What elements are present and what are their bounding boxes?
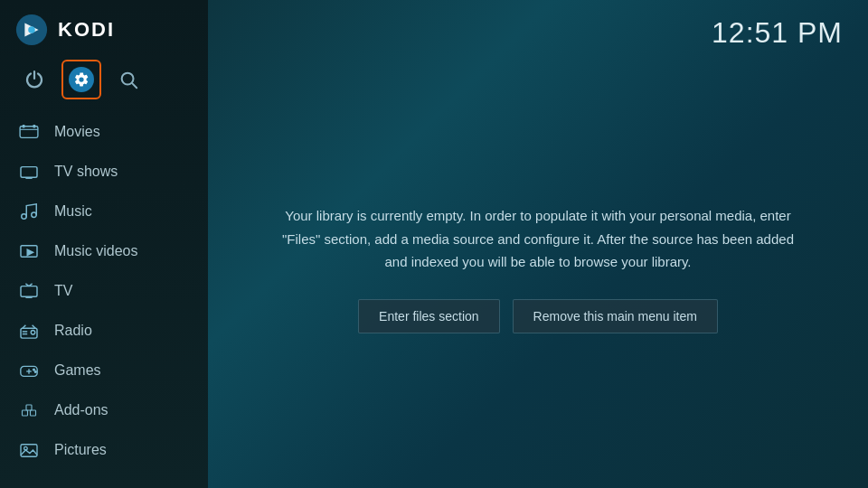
tvshows-icon (18, 161, 40, 183)
remove-menu-item-button[interactable]: Remove this main menu item (513, 299, 718, 333)
music-label: Music (54, 203, 92, 220)
svg-marker-15 (27, 249, 33, 255)
svg-rect-7 (33, 125, 36, 128)
musicvideos-icon (18, 240, 40, 262)
content-area: Your library is currently empty. In orde… (208, 50, 868, 488)
sidebar-item-radio[interactable]: Radio (0, 311, 208, 351)
sidebar-item-pictures[interactable]: Pictures (0, 430, 208, 470)
svg-rect-6 (23, 125, 25, 128)
sidebar-item-musicvideos[interactable]: Music videos (0, 231, 208, 271)
clock-display: 12:51 PM (712, 16, 843, 50)
addons-label: Add-ons (54, 402, 108, 418)
gear-icon (69, 67, 94, 92)
tv-label: TV (54, 283, 72, 299)
svg-point-2 (28, 26, 35, 33)
sidebar-nav: Movies TV shows Music (0, 108, 208, 488)
sidebar-item-movies[interactable]: Movies (0, 112, 208, 152)
musicvideos-label: Music videos (54, 243, 137, 259)
top-icon-row (0, 56, 208, 108)
kodi-logo (14, 13, 49, 47)
svg-point-12 (22, 214, 27, 220)
action-buttons: Enter files section Remove this main men… (358, 299, 718, 333)
movies-icon (18, 121, 40, 143)
sidebar-item-tv[interactable]: TV (0, 271, 208, 311)
addons-icon (18, 399, 40, 421)
top-bar: 12:51 PM (208, 0, 868, 50)
pictures-icon (18, 439, 40, 461)
radio-label: Radio (54, 323, 92, 339)
svg-rect-16 (21, 286, 37, 297)
sidebar-item-tvshows[interactable]: TV shows (0, 152, 208, 192)
radio-icon (18, 320, 40, 342)
svg-rect-35 (21, 445, 37, 457)
sidebar-header: KODI (0, 0, 208, 56)
sidebar-item-music[interactable]: Music (0, 192, 208, 231)
music-icon (18, 201, 40, 222)
svg-rect-33 (31, 410, 36, 416)
sidebar-item-games[interactable]: Games (0, 351, 208, 390)
games-label: Games (54, 362, 101, 379)
enter-files-button[interactable]: Enter files section (358, 299, 500, 333)
power-icon (24, 70, 44, 89)
tv-icon (18, 280, 40, 302)
tvshows-label: TV shows (54, 164, 118, 180)
main-content: 12:51 PM Your library is currently empty… (208, 0, 868, 488)
svg-point-31 (34, 371, 36, 372)
svg-rect-9 (21, 167, 37, 178)
svg-point-22 (31, 331, 35, 335)
svg-line-4 (132, 83, 137, 88)
pictures-label: Pictures (54, 442, 107, 458)
search-button[interactable] (108, 60, 148, 99)
settings-button[interactable] (61, 60, 101, 99)
svg-rect-34 (26, 405, 32, 410)
games-icon (18, 360, 40, 381)
empty-library-message: Your library is currently empty. In orde… (276, 204, 800, 274)
svg-point-30 (33, 369, 35, 371)
svg-rect-32 (23, 410, 28, 416)
svg-rect-5 (20, 127, 38, 138)
kodi-title: KODI (58, 18, 115, 42)
sidebar: KODI (0, 0, 208, 488)
movies-label: Movies (54, 124, 100, 140)
search-icon (118, 70, 138, 89)
power-button[interactable] (14, 60, 54, 99)
svg-point-13 (32, 212, 37, 218)
sidebar-item-addons[interactable]: Add-ons (0, 390, 208, 430)
